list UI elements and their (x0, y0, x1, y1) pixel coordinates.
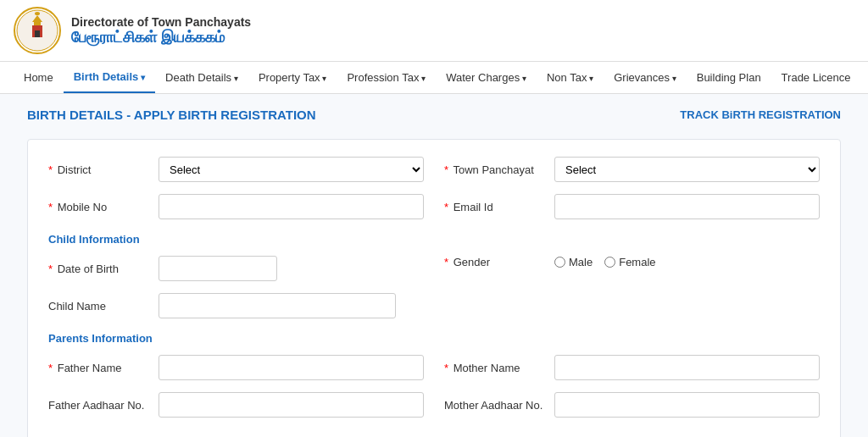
email-input[interactable] (554, 194, 820, 219)
female-radio[interactable] (604, 257, 615, 268)
dob-input[interactable] (159, 256, 277, 281)
male-radio-label[interactable]: Male (554, 256, 593, 268)
child-name-group: Child Name (48, 293, 424, 318)
father-aadhaar-group: Father Aadhaar No. (48, 392, 424, 418)
nav-grievances[interactable]: Grievances (604, 63, 687, 92)
mother-aadhaar-label: Mother Aadhaar No. (444, 399, 554, 412)
mother-name-input[interactable] (554, 355, 820, 380)
header: Directorate of Town Panchayats பேரூராட்ச… (0, 0, 868, 62)
nav-home[interactable]: Home (14, 63, 64, 92)
mobile-group: * Mobile No (48, 194, 424, 219)
district-group: * District Select (48, 157, 424, 182)
nav-trade-licence[interactable]: Trade Licence (771, 63, 861, 92)
nav-water-charges[interactable]: Water Charges (436, 63, 537, 92)
page-header: BIRTH DETAILS - APPLY BIRTH REGISTRATION… (27, 108, 841, 122)
nav-dashboard[interactable]: Dashboard (861, 63, 868, 92)
dob-label: * Date of Birth (48, 263, 159, 275)
mobile-email-row: * Mobile No * Email Id (48, 194, 820, 219)
district-label: * District (48, 163, 159, 176)
nav-death-details[interactable]: Death Details (155, 63, 248, 92)
father-name-input[interactable] (159, 355, 424, 380)
nav-birth-details[interactable]: Birth Details (64, 62, 155, 93)
mobile-label: * Mobile No (48, 201, 159, 213)
child-section-title: Child Information (48, 233, 820, 246)
org-title: Directorate of Town Panchayats (71, 15, 251, 29)
district-row: * District Select * Town Panchayat Selec… (48, 157, 820, 182)
father-aadhaar-input[interactable] (159, 392, 424, 418)
main-content: BIRTH DETAILS - APPLY BIRTH REGISTRATION… (0, 94, 868, 437)
nav-property-tax[interactable]: Property Tax (248, 63, 337, 92)
svg-rect-5 (35, 30, 40, 37)
email-label: * Email Id (444, 201, 554, 213)
mobile-input[interactable] (159, 194, 424, 219)
mother-aadhaar-input[interactable] (554, 392, 820, 418)
gender-label: * Gender (444, 256, 554, 268)
org-subtitle: பேரூராட்சிகள் இயக்ககம் (71, 29, 251, 47)
header-text: Directorate of Town Panchayats பேரூராட்ச… (71, 15, 251, 47)
parents-section-title: Parents Information (48, 332, 820, 345)
town-panchayat-group: * Town Panchayat Select (444, 157, 820, 182)
child-name-label: Child Name (48, 300, 159, 313)
svg-point-6 (35, 12, 40, 15)
aadhaar-row: Father Aadhaar No. Mother Aadhaar No. (48, 392, 820, 418)
page-title: BIRTH DETAILS - APPLY BIRTH REGISTRATION (27, 108, 316, 122)
father-aadhaar-label: Father Aadhaar No. (48, 399, 159, 412)
mother-aadhaar-group: Mother Aadhaar No. (444, 392, 820, 418)
child-name-row: Child Name (48, 293, 820, 318)
child-name-input[interactable] (159, 293, 396, 318)
form-section: * District Select * Town Panchayat Selec… (27, 139, 841, 437)
male-radio[interactable] (554, 257, 565, 268)
parents-name-row: * Father Name * Mother Name (48, 355, 820, 380)
father-name-group: * Father Name (48, 355, 424, 380)
email-group: * Email Id (444, 194, 820, 219)
navbar: Home Birth Details Death Details Propert… (0, 62, 868, 94)
nav-building-plan[interactable]: Building Plan (687, 63, 771, 92)
mother-name-label: * Mother Name (444, 362, 554, 374)
nav-non-tax[interactable]: Non Tax (537, 63, 604, 92)
mother-name-group: * Mother Name (444, 355, 820, 380)
gender-options: Male Female (554, 256, 656, 268)
town-panchayat-label: * Town Panchayat (444, 163, 554, 176)
father-name-label: * Father Name (48, 362, 159, 374)
gender-group: * Gender Male Female (444, 256, 820, 268)
logo (14, 7, 61, 54)
svg-rect-2 (34, 22, 41, 25)
nav-profession-tax[interactable]: Profession Tax (337, 63, 436, 92)
female-radio-label[interactable]: Female (604, 256, 655, 268)
dob-group: * Date of Birth (48, 256, 424, 281)
track-birth-link[interactable]: TRACK BiRTH REGISTRATION (680, 108, 841, 121)
town-panchayat-select[interactable]: Select (554, 157, 820, 182)
district-select[interactable]: Select (159, 157, 424, 182)
dob-gender-row: * Date of Birth * Gender Male (48, 256, 820, 281)
